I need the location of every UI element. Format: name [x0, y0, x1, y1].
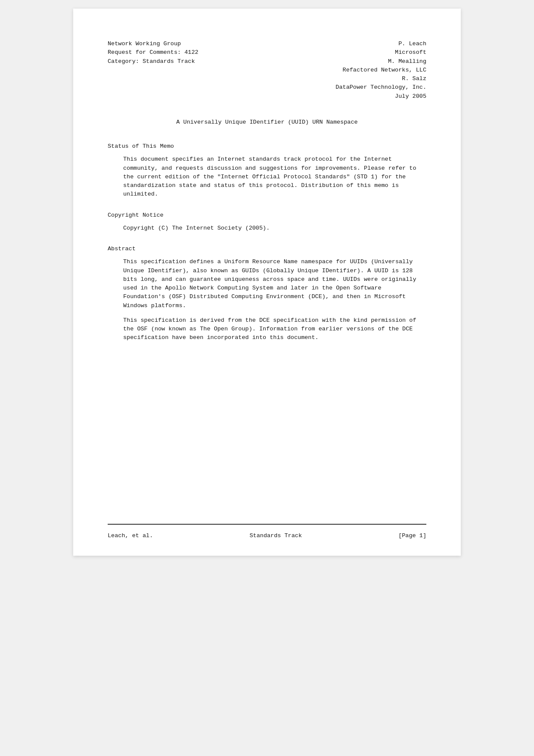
header-org1: Microsoft — [267, 48, 426, 57]
header-author3: R. Salz — [267, 75, 426, 83]
document-page: Network Working Group Request for Commen… — [73, 9, 461, 556]
footer-center: Standards Track — [249, 532, 302, 540]
section-status-body: This document specifies an Internet stan… — [123, 155, 426, 199]
footer-line — [108, 524, 426, 525]
section-abstract: Abstract This specification defines a Un… — [108, 245, 426, 342]
footer-right: [Page 1] — [398, 532, 426, 540]
header-right: P. Leach Microsoft M. Mealling Refactore… — [267, 40, 426, 101]
section-status-heading: Status of This Memo — [108, 142, 426, 151]
section-abstract-body: This specification defines a Uniform Res… — [123, 258, 426, 342]
document-header: Network Working Group Request for Commen… — [108, 40, 426, 101]
footer-left: Leach, et al. — [108, 532, 153, 540]
section-status: Status of This Memo This document specif… — [108, 142, 426, 199]
section-copyright-heading: Copyright Notice — [108, 211, 426, 220]
header-left: Network Working Group Request for Commen… — [108, 40, 267, 101]
status-paragraph: This document specifies an Internet stan… — [123, 155, 426, 199]
copyright-paragraph: Copyright (C) The Internet Society (2005… — [123, 224, 426, 233]
header-date: July 2005 — [267, 92, 426, 101]
header-rfc: Request for Comments: 4122 — [108, 48, 267, 57]
section-copyright-body: Copyright (C) The Internet Society (2005… — [123, 224, 426, 233]
header-org2: Refactored Networks, LLC — [267, 66, 426, 75]
header-category: Category: Standards Track — [108, 57, 267, 66]
header-author2: M. Mealling — [267, 57, 426, 66]
header-org3: DataPower Technology, Inc. — [267, 83, 426, 92]
header-org: Network Working Group — [108, 40, 267, 48]
header-author1: P. Leach — [267, 40, 426, 48]
section-copyright: Copyright Notice Copyright (C) The Inter… — [108, 211, 426, 233]
document-footer: Leach, et al. Standards Track [Page 1] — [108, 532, 426, 540]
document-title: A Universally Unique IDentifier (UUID) U… — [108, 118, 426, 127]
abstract-paragraph1: This specification defines a Uniform Res… — [123, 258, 426, 310]
section-abstract-heading: Abstract — [108, 245, 426, 253]
abstract-paragraph2: This specification is derived from the D… — [123, 316, 426, 342]
